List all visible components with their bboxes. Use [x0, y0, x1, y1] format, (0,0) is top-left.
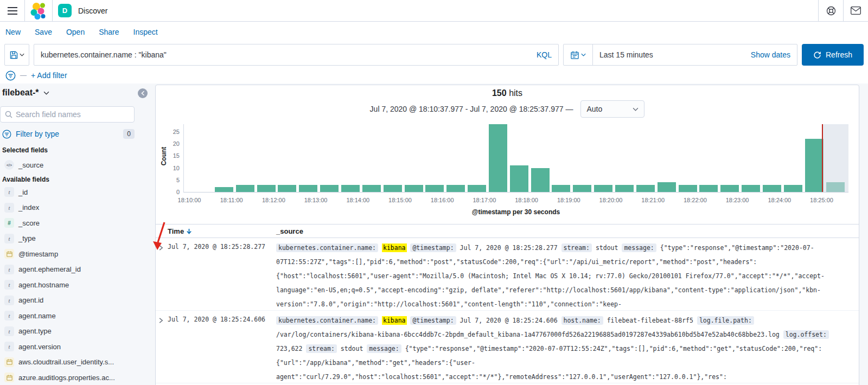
histogram-bar[interactable] [636, 185, 655, 192]
query-input[interactable] [41, 50, 531, 59]
string-field-icon: t [4, 280, 14, 290]
histogram-bar[interactable] [278, 185, 296, 192]
field-name: agent.name [18, 312, 56, 320]
field-item-agent.id[interactable]: tagent.id [4, 294, 139, 307]
histogram-bar[interactable] [742, 185, 760, 192]
menu-item-new[interactable]: New [5, 28, 21, 36]
histogram-bar[interactable] [215, 187, 233, 192]
histogram-bar[interactable] [446, 185, 465, 192]
field-item-aws.cloudtrail.user_identity.s...[interactable]: aws.cloudtrail.user_identity.s... [4, 356, 139, 369]
app-breadcrumb: D Discover [53, 0, 113, 21]
histogram-bar[interactable] [299, 185, 317, 192]
column-header-time[interactable]: Time [168, 227, 192, 235]
time-range-value[interactable]: Last 15 minutes [593, 50, 751, 59]
histogram-bar[interactable] [468, 185, 486, 192]
x-tick-label: 18:22:00 [676, 197, 714, 203]
menu-item-share[interactable]: Share [99, 28, 119, 36]
show-dates-button[interactable]: Show dates [751, 50, 797, 59]
elastic-logo-icon [30, 2, 47, 20]
histogram-bar[interactable] [615, 185, 634, 192]
field-name: aws.cloudtrail.user_identity.s... [18, 358, 114, 366]
menu-item-open[interactable]: Open [66, 28, 85, 36]
hamburger-icon [8, 7, 17, 15]
source-value: /var/log/containers/kibana-kibana-6bcc4d… [276, 331, 780, 338]
query-bar: KQL Last 15 minutes Show dates Refresh [0, 42, 868, 67]
saved-query-button[interactable] [4, 44, 29, 66]
histogram-bar[interactable] [552, 185, 570, 192]
date-picker-quick-menu[interactable] [564, 44, 593, 65]
field-item-_id[interactable]: t_id [4, 185, 139, 198]
histogram-bar[interactable] [784, 185, 802, 192]
histogram-bar[interactable] [320, 185, 339, 192]
y-tick-label: 20 [163, 140, 180, 147]
y-tick-label: 0 [163, 189, 180, 195]
histogram-bar[interactable] [658, 182, 676, 192]
histogram-bar[interactable] [699, 185, 718, 192]
histogram-bar[interactable] [362, 185, 381, 192]
sidebar-collapse-button[interactable] [138, 88, 148, 98]
field-item-_index[interactable]: t_index [4, 201, 139, 214]
histogram-bar[interactable] [594, 185, 612, 192]
histogram-bar[interactable] [489, 124, 507, 192]
field-item-_source[interactable]: </>_source [4, 158, 139, 171]
string-field-icon: t [4, 187, 14, 197]
histogram-interval-select[interactable]: Auto [580, 100, 644, 118]
source-field-badge: log.file.path: [697, 316, 754, 325]
histogram-bar[interactable] [531, 168, 550, 193]
menu-item-inspect[interactable]: Inspect [133, 28, 158, 36]
newsfeed-button[interactable] [843, 0, 868, 21]
date-field-icon [4, 357, 14, 367]
field-item-_type[interactable]: t_type [4, 232, 139, 245]
histogram-bar[interactable] [573, 185, 591, 192]
x-axis-line [183, 192, 848, 193]
field-item-agent.ephemeral_id[interactable]: tagent.ephemeral_id [4, 263, 139, 276]
highlighted-term: kibana [382, 243, 407, 252]
add-filter-button[interactable]: + Add filter [31, 71, 67, 80]
field-item-_score[interactable]: #_score [4, 216, 139, 229]
field-item-agent.hostname[interactable]: tagent.hostname [4, 278, 139, 291]
histogram-bar[interactable] [763, 185, 781, 192]
field-item-agent.name[interactable]: tagent.name [4, 309, 139, 322]
string-field-icon: t [4, 265, 14, 274]
histogram-bar[interactable] [425, 185, 444, 192]
histogram-bar[interactable] [236, 185, 254, 192]
menu-item-save[interactable]: Save [35, 28, 52, 36]
chevron-down-icon [581, 53, 586, 56]
elastic-logo[interactable] [25, 0, 53, 21]
top-header: D Discover [0, 0, 868, 22]
field-item-azure.auditlogs.properties.ac...[interactable]: azure.auditlogs.properties.ac... [4, 371, 139, 384]
menu-hamburger-button[interactable] [0, 0, 25, 21]
histogram-bar[interactable] [257, 185, 276, 192]
index-pattern-name: filebeat-* [2, 88, 39, 98]
query-language-button[interactable]: KQL [531, 50, 552, 59]
histogram-bar[interactable] [341, 185, 360, 192]
source-value: {"type":"response","@timestamp":"2020-07… [276, 244, 825, 308]
help-button[interactable] [818, 0, 843, 21]
hits-count: 150 [492, 88, 507, 98]
x-tick-label: 18:13:00 [297, 197, 335, 203]
field-item-agent.version[interactable]: tagent.version [4, 340, 139, 353]
histogram-bar[interactable] [405, 185, 423, 192]
field-item-agent.type[interactable]: tagent.type [4, 325, 139, 338]
histogram-chart: Count @timestamp per 30 seconds 05101520… [156, 121, 859, 221]
histogram-bar[interactable] [720, 185, 739, 192]
expand-row-button[interactable] [158, 316, 164, 326]
source-value: Jul 7, 2020 @ 18:25:28.277 [460, 244, 558, 252]
index-pattern-selector[interactable]: filebeat-* [2, 88, 49, 98]
field-search-input[interactable] [16, 110, 130, 119]
histogram-bar[interactable] [679, 185, 697, 192]
row-timestamp: Jul 7, 2020 @ 18:25:24.606 [168, 316, 265, 323]
histogram-bar[interactable] [384, 185, 402, 192]
field-name: _source [18, 161, 43, 169]
field-name: _index [18, 203, 39, 211]
field-item-@timestamp[interactable]: @timestamp [4, 247, 139, 260]
refresh-button[interactable]: Refresh [802, 44, 864, 66]
histogram-bar[interactable] [510, 165, 528, 192]
expand-row-button[interactable] [158, 243, 164, 253]
histogram-bar[interactable] [805, 139, 824, 192]
filter-menu-icon[interactable] [5, 70, 16, 81]
string-field-icon: t [4, 326, 14, 336]
documents-table-header: Time _source [156, 224, 859, 238]
x-tick-label: 18:25:00 [803, 197, 841, 203]
filter-by-type-button[interactable]: Filter by type 0 [2, 129, 135, 139]
